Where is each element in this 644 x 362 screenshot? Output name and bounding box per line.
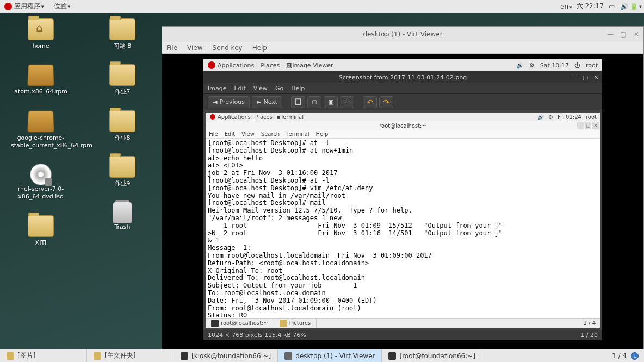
power-icon[interactable]: ⏻ <box>574 62 580 69</box>
task-virt-viewer[interactable]: desktop (1) - Virt Viewer <box>278 349 382 362</box>
shot-clock: Fri 01:24 <box>558 114 581 120</box>
image-viewer-toolbar: ◄ Previous ► Next 🔳 ◻ ▣ ⛶ ↶ ↷ <box>203 94 602 110</box>
shot-task-terminal: root@localhost:~ <box>206 319 274 328</box>
terminal-icon: ▪ <box>277 114 281 120</box>
redhat-icon <box>4 3 12 10</box>
places-menu[interactable]: 位置 <box>54 2 71 11</box>
desktop-icon-label: home <box>11 42 71 50</box>
minimize-button[interactable]: — <box>606 30 614 38</box>
image-info: 1024 × 768 pixels 115.4 kB 76% <box>208 332 306 339</box>
clock[interactable]: 六 22:17 <box>577 2 604 11</box>
maximize-button[interactable]: ▢ <box>620 30 627 38</box>
task-home[interactable]: [主文件夹] <box>87 349 174 362</box>
next-button[interactable]: ► Next <box>252 96 282 108</box>
desktop-icon[interactable]: Trash <box>92 202 152 231</box>
term-menu-help: Help <box>315 131 328 137</box>
desktop-icon-label: 作业9 <box>92 180 152 188</box>
top-panel: 应用程序 位置 en 六 22:17 ▭ 🔊 🔋 <box>0 0 644 13</box>
desktop-icon[interactable]: 作业8 <box>92 110 152 142</box>
term-menu-file: File <box>209 131 218 137</box>
previous-button[interactable]: ◄ Previous <box>208 96 250 108</box>
image-viewer-title: Screenshot from 2017-11-03 01:24:02.png <box>339 74 467 81</box>
image-viewer-window: Screenshot from 2017-11-03 01:24:02.png … <box>203 71 602 340</box>
redhat-icon <box>208 61 215 69</box>
desktop-icon-label: rhel-server-7.0-x86_64-dvd.iso <box>11 185 71 201</box>
minimize-button[interactable]: — <box>571 73 578 81</box>
close-button[interactable]: ✕ <box>633 30 640 38</box>
menu-help[interactable]: Help <box>291 85 305 92</box>
desktop: homeatom.x86_64.rpmgoogle-chrome-stable_… <box>0 13 644 349</box>
desktop-icon[interactable]: 习题 8 <box>92 18 152 50</box>
rotate-right-button[interactable]: ↷ <box>379 96 393 108</box>
desktop-icon[interactable]: rhel-server-7.0-x86_64-dvd.iso <box>11 164 71 201</box>
shot-user: root <box>586 114 597 120</box>
bottom-panel: [图片] [主文件夹] [kiosk@foundation66:~] deskt… <box>0 349 644 362</box>
virt-menubar: File View Send key Help <box>162 42 643 54</box>
image-viewer-statusbar: 1024 × 768 pixels 115.4 kB 76% 1 / 20 <box>203 330 602 340</box>
shot-term-label: Terminal <box>281 114 304 120</box>
menu-view[interactable]: View <box>253 85 268 92</box>
zoom-out-button[interactable]: ◻ <box>307 96 321 108</box>
display-icon[interactable]: ▭ <box>608 3 616 10</box>
zoom-normal-button[interactable]: ▣ <box>324 96 338 108</box>
workspace-badge[interactable]: 1 <box>631 352 639 360</box>
guest-user[interactable]: root <box>586 62 598 69</box>
menu-view[interactable]: View <box>187 44 202 52</box>
shot-workspace-count: 1 / 4 <box>579 320 600 326</box>
workspace-count: 1 / 4 <box>612 352 627 360</box>
menu-image[interactable]: Image <box>208 85 226 92</box>
desktop-icon[interactable]: atom.x86_64.rpm <box>11 64 71 96</box>
term-menu-search: Search <box>261 131 280 137</box>
window-title: desktop (1) - Virt Viewer <box>363 30 442 38</box>
desktop-icon[interactable]: 作业9 <box>92 156 152 188</box>
task-root-terminal[interactable]: [root@foundation66:~] <box>382 349 482 362</box>
guest-places-menu[interactable]: Places <box>261 62 280 69</box>
shot-task-pictures: Pictures <box>274 319 317 328</box>
menu-go[interactable]: Go <box>275 85 283 92</box>
task-pictures[interactable]: [图片] <box>0 349 87 362</box>
guest-app-label[interactable]: Image Viewer <box>292 62 333 69</box>
desktop-icon-label: XITI <box>11 239 71 247</box>
guest-clock[interactable]: Sat 10:17 <box>540 62 569 69</box>
rotate-left-button[interactable]: ↶ <box>363 96 377 108</box>
volume-icon: 🔊 <box>537 114 544 120</box>
menu-file[interactable]: File <box>166 44 177 52</box>
menu-help[interactable]: Help <box>252 44 267 52</box>
terminal-title: root@localhost:~ <box>379 123 426 129</box>
viewed-image: Applications Places ▪ Terminal 🔊 ⚙ Fri 0… <box>206 113 600 328</box>
desktop-icon-label: 作业8 <box>92 134 152 142</box>
task-kiosk-terminal[interactable]: [kiosk@foundation66:~] <box>174 349 278 362</box>
term-menu-terminal: Terminal <box>286 131 309 137</box>
desktop-icon-label: Trash <box>92 223 152 231</box>
zoom-fit-button[interactable]: ⛶ <box>340 96 354 108</box>
close-button[interactable]: ✕ <box>592 73 600 81</box>
applications-menu[interactable]: 应用程序 <box>14 2 44 11</box>
guest-top-panel: Applications Places 🖼 Image Viewer 🔊 ⚙ S… <box>203 59 602 71</box>
volume-icon[interactable]: 🔊 <box>516 62 524 69</box>
guest-applications-menu[interactable]: Applications <box>218 62 254 69</box>
zoom-in-button[interactable]: 🔳 <box>291 96 305 108</box>
image-viewer-icon: 🖼 <box>286 62 292 69</box>
volume-icon[interactable]: 🔊 <box>620 3 628 10</box>
window-titlebar[interactable]: desktop (1) - Virt Viewer — ▢ ✕ <box>162 27 643 42</box>
redhat-icon <box>210 114 215 120</box>
desktop-icon[interactable]: 作业7 <box>92 64 152 96</box>
term-menu-view: View <box>242 131 255 137</box>
language-indicator[interactable]: en <box>560 3 572 10</box>
network-icon[interactable]: ⚙ <box>529 62 535 69</box>
desktop-icon-label: google-chrome-stable_current_x86_64.rpm <box>11 134 71 150</box>
shot-apps: Applications <box>218 114 251 120</box>
desktop-icon[interactable]: home <box>11 18 71 50</box>
image-viewer-titlebar[interactable]: Screenshot from 2017-11-03 01:24:02.png … <box>203 71 602 83</box>
menu-edit[interactable]: Edit <box>234 85 245 92</box>
virt-viewer-window: desktop (1) - Virt Viewer — ▢ ✕ File Vie… <box>162 26 644 362</box>
maximize-button[interactable]: ▢ <box>581 73 589 81</box>
desktop-icon[interactable]: XITI <box>11 215 71 247</box>
desktop-icon-label: 作业7 <box>92 88 152 96</box>
shot-places: Places <box>255 114 273 120</box>
menu-sendkey[interactable]: Send key <box>213 44 243 52</box>
battery-icon[interactable]: 🔋 <box>632 3 640 10</box>
desktop-icon[interactable]: google-chrome-stable_current_x86_64.rpm <box>11 110 71 150</box>
image-position: 1 / 20 <box>580 332 598 339</box>
desktop-icon-label: atom.x86_64.rpm <box>11 88 71 96</box>
